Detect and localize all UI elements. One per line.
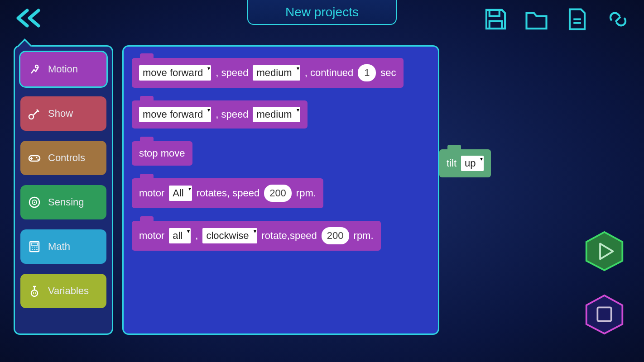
document-button[interactable]: [565, 7, 590, 32]
play-hexagon-icon: [583, 231, 626, 272]
double-chevron-left-icon: [14, 7, 45, 29]
sensing-icon: [27, 195, 42, 210]
run-button[interactable]: [583, 231, 626, 272]
block-stop-move[interactable]: stop move: [132, 141, 192, 166]
motor-select-dropdown[interactable]: all: [169, 228, 191, 243]
math-icon: [27, 239, 42, 254]
label: , speed: [216, 109, 248, 120]
link-button[interactable]: [606, 7, 630, 32]
speed-dropdown[interactable]: medium: [253, 65, 300, 81]
block-move[interactable]: move forward , speed medium: [132, 100, 308, 129]
label: motor: [139, 230, 164, 242]
label: sec: [380, 67, 396, 79]
category-show[interactable]: Show: [20, 96, 106, 131]
controls-icon: [27, 151, 42, 165]
show-icon: [27, 106, 42, 121]
block-motor-speed[interactable]: motor All rotates, speed 200 rpm.: [132, 178, 323, 208]
category-label: Sensing: [48, 196, 84, 208]
category-label: Controls: [48, 152, 85, 164]
svg-point-3: [38, 159, 39, 160]
category-sensing[interactable]: Sensing: [20, 185, 106, 219]
document-icon: [565, 7, 590, 32]
label: rotates, speed: [197, 187, 260, 199]
label: rotate,speed: [262, 230, 317, 242]
svg-point-9: [31, 290, 38, 296]
label: rpm.: [354, 230, 374, 242]
category-label: Variables: [48, 285, 89, 297]
category-variables[interactable]: Variables: [20, 274, 106, 308]
label: , continued: [305, 67, 354, 79]
rotation-dropdown[interactable]: clockwise: [202, 228, 257, 243]
rpm-input[interactable]: 200: [322, 227, 349, 244]
project-title: New projects: [247, 0, 397, 25]
tilt-direction-dropdown[interactable]: up: [461, 156, 484, 171]
category-sidebar: Motion Show Controls Sensing Math: [14, 45, 113, 335]
block-move-timed[interactable]: move forward , speed medium , continued …: [132, 58, 404, 88]
save-button[interactable]: [483, 7, 508, 32]
label: motor: [139, 187, 164, 199]
label: ,: [195, 230, 198, 242]
category-math[interactable]: Math: [20, 229, 106, 264]
stop-button[interactable]: [583, 294, 626, 335]
save-icon: [483, 7, 508, 32]
link-icon: [606, 7, 630, 32]
category-label: Math: [48, 241, 70, 252]
motion-icon: [27, 62, 42, 76]
rpm-input[interactable]: 200: [264, 185, 292, 202]
block-motor-rotate[interactable]: motor all , clockwise rotate,speed 200 r…: [132, 221, 381, 251]
variables-icon: [27, 284, 42, 298]
motor-select-dropdown[interactable]: All: [169, 186, 192, 201]
label: tilt: [447, 157, 457, 169]
category-label: Show: [48, 108, 73, 119]
svg-point-0: [29, 114, 34, 119]
direction-dropdown[interactable]: move forward: [139, 107, 211, 122]
block-tilt[interactable]: tilt up: [439, 149, 491, 177]
workspace-canvas[interactable]: move forward , speed medium , continued …: [122, 45, 439, 335]
label: stop move: [139, 148, 185, 159]
open-button[interactable]: [524, 7, 549, 32]
direction-dropdown[interactable]: move forward: [139, 65, 211, 81]
svg-point-6: [34, 202, 35, 203]
svg-point-2: [36, 157, 38, 158]
duration-input[interactable]: 1: [358, 64, 376, 81]
svg-marker-10: [586, 232, 623, 270]
label: rpm.: [296, 187, 316, 199]
category-controls[interactable]: Controls: [20, 141, 106, 175]
folder-icon: [524, 7, 549, 32]
label: , speed: [216, 67, 248, 79]
category-motion[interactable]: Motion: [20, 52, 106, 86]
category-label: Motion: [48, 63, 78, 75]
svg-marker-11: [586, 295, 623, 333]
speed-dropdown[interactable]: medium: [253, 107, 300, 122]
back-button[interactable]: [14, 7, 45, 29]
svg-rect-8: [31, 243, 38, 245]
stop-hexagon-icon: [583, 294, 626, 335]
